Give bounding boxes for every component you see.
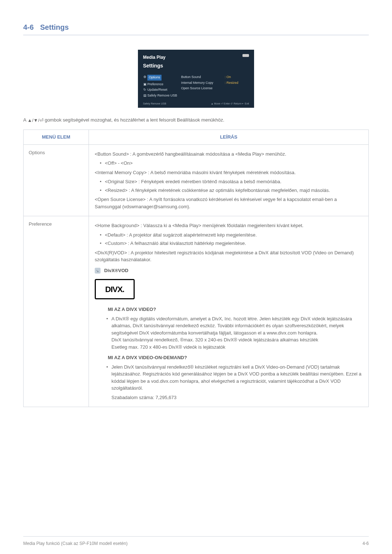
foot-right: ▲ Move ⏎ Enter ↺ Return ⇤ Exit	[211, 102, 249, 106]
menu-item-options: Options	[147, 75, 162, 81]
intro-text: A ▲/▼/⏎ gombok segítségével mozoghat, és…	[23, 116, 369, 124]
divx-p1-text: A DivX® egy digitális videoformátum, ame…	[111, 316, 352, 336]
imc-text: <Internal Memory Copy> : A belső memóriá…	[95, 169, 363, 176]
table-head-menu: MENÜ ELEM	[24, 130, 89, 145]
table-row: Options <Button Sound> : A gombvezérlő h…	[24, 144, 369, 216]
divx-paragraph-2: Jelen DivX tanúsítvánnyal rendelkező® ké…	[106, 364, 363, 392]
screenshot-right-values: : On : Resized	[225, 75, 238, 99]
divx-paragraph-1: A DivX® egy digitális videoformátum, ame…	[106, 315, 363, 351]
screenshot-mid-menu: Button Sound Internal Memory Copy Open S…	[181, 75, 225, 99]
page-footer: Media Play funkció (Csak az SP-F10M mode…	[23, 536, 369, 547]
section-number: 4-6	[23, 23, 34, 31]
home-bg-text: <Home Background> : Válassza ki a <Media…	[95, 222, 363, 229]
row-options-label: Options	[24, 144, 89, 216]
section-title: Settings	[40, 23, 69, 31]
usb-remove-icon: ▤	[143, 93, 147, 98]
button-sound-text: <Button Sound> : A gombvezérlő hangbeáll…	[95, 151, 363, 158]
foot-left: Safely Remove USB	[143, 102, 166, 106]
update-icon: ↻	[143, 87, 147, 93]
screenshot-left-menu: ⚙Options ▣Preference ↻Update/Reset ▤Safe…	[143, 75, 181, 99]
screenshot-subtitle: Settings	[143, 62, 249, 70]
divx-p1b-text: DivX tanúsítvánnyal rendelkező, ®max. 32…	[111, 337, 318, 342]
divx-heading-2: MI AZ A DIVX VIDEO-ON-DEMAND?	[108, 354, 363, 361]
divx-logo: DIVX.	[95, 279, 135, 299]
custom-opt-text: <Custom> : A felhasználó által kiválaszt…	[100, 240, 363, 247]
divx-heading-1: MI AZ A DIVX VIDEO?	[108, 306, 363, 313]
screenshot-title: Media Play	[143, 54, 249, 61]
original-size-text: <Original Size> : Fényképek eredeti mére…	[100, 178, 363, 185]
nav-arrows-icon: ▲/▼/⏎	[28, 117, 44, 124]
pref-icon: ▣	[143, 82, 147, 87]
menu-item-usb: Safely Remove USB	[147, 94, 177, 97]
value-on: : On	[225, 75, 238, 80]
row-options-desc: <Button Sound> : A gombvezérlő hangbeáll…	[89, 144, 369, 216]
intro-before: A	[23, 117, 28, 123]
off-on-text: <Off> - <On>	[100, 160, 363, 167]
intro-after: gombok segítségével mozoghat, és hozzáfé…	[44, 117, 225, 123]
table-head-desc: LEÍRÁS	[89, 130, 369, 145]
divx-p1c-text: Esetleg max. 720 x 480-es DivX® videók i…	[111, 344, 225, 350]
osl-text: <Open Source License> : A nyílt források…	[95, 196, 363, 210]
default-opt-text: <Default> : A projektor által sugárzott …	[100, 231, 363, 239]
section-header: 4-6 Settings	[23, 22, 369, 35]
footer-right: 4-6	[363, 540, 369, 547]
patent-text: Szabadalom száma: 7,295,673	[111, 394, 363, 401]
menu-item-preference: Preference	[147, 82, 163, 86]
settings-screenshot: Media Play Settings ⚙Options ▣Preference…	[138, 50, 254, 108]
mid-item-button-sound: Button Sound	[181, 75, 225, 80]
note-icon	[95, 268, 101, 274]
mid-item-osl: Open Source License	[181, 86, 225, 91]
value-resized: : Resized	[225, 81, 238, 86]
row-preference-label: Preference	[24, 216, 89, 407]
row-preference-desc: <Home Background> : Válassza ki a <Media…	[89, 216, 369, 407]
footer-left: Media Play funkció (Csak az SP-F10M mode…	[23, 540, 127, 547]
table-row: Preference <Home Background> : Válassza …	[24, 216, 369, 407]
menu-item-update: Update/Reset	[147, 88, 167, 91]
settings-table: MENÜ ELEM LEÍRÁS Options <Button Sound> …	[23, 130, 369, 407]
divx-vod-text: <DivX(R)VOD> : A projektor hitelesített …	[95, 249, 363, 263]
resized-text: <Resized> : A fényképek méretének csökke…	[100, 187, 363, 194]
usb-icon	[242, 54, 249, 57]
mid-item-imc: Internal Memory Copy	[181, 81, 225, 86]
divx-note: DivX®VOD	[95, 267, 363, 274]
gear-icon: ⚙	[143, 75, 147, 80]
divx-note-text: DivX®VOD	[104, 267, 128, 274]
